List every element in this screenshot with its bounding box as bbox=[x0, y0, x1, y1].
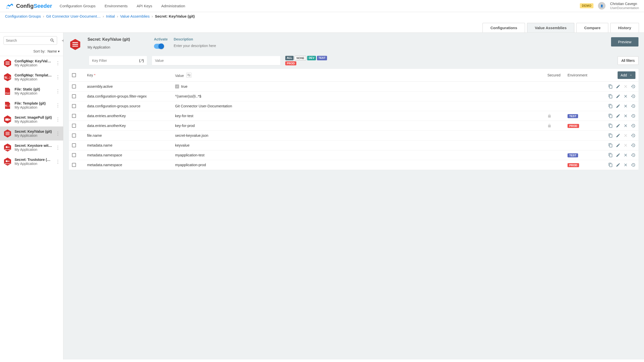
history-icon[interactable] bbox=[631, 84, 635, 89]
env-badge-test[interactable]: TEST bbox=[317, 56, 327, 60]
edit-icon[interactable] bbox=[616, 84, 620, 89]
row-checkbox[interactable] bbox=[72, 84, 76, 88]
tab-compare[interactable]: Compare bbox=[576, 23, 608, 32]
env-badge-prod[interactable]: PROD bbox=[285, 61, 296, 65]
sidebar-item-more-icon[interactable]: ⋮ bbox=[55, 87, 61, 95]
edit-icon[interactable] bbox=[616, 163, 620, 167]
row-checkbox[interactable] bbox=[72, 153, 76, 157]
history-icon[interactable] bbox=[631, 94, 635, 99]
copy-icon[interactable] bbox=[608, 104, 613, 108]
delete-icon[interactable] bbox=[623, 153, 628, 157]
toggle-visibility-icon[interactable] bbox=[186, 73, 191, 78]
select-all-checkbox[interactable] bbox=[72, 73, 76, 77]
nav-item[interactable]: Configuration Groups bbox=[60, 4, 96, 8]
delete-icon[interactable] bbox=[623, 163, 628, 167]
sidebar-item[interactable]: PKCS12Secret: Keystore with …My Applicat… bbox=[0, 141, 63, 155]
edit-icon[interactable] bbox=[616, 133, 620, 138]
avatar[interactable]: 👤 bbox=[598, 2, 606, 10]
sidebar-item-more-icon[interactable]: ⋮ bbox=[55, 116, 61, 123]
edit-icon[interactable] bbox=[616, 94, 620, 99]
copy-icon[interactable] bbox=[608, 143, 613, 148]
edit-icon[interactable] bbox=[616, 143, 620, 148]
config-table: Key * Value Secured Environment Add asse… bbox=[69, 69, 638, 170]
sidebar-item-more-icon[interactable]: ⋮ bbox=[55, 144, 61, 151]
breadcrumb-link[interactable]: Git Connector User-Document… bbox=[46, 14, 101, 18]
value-filter-input[interactable] bbox=[152, 56, 280, 65]
row-checkbox[interactable] bbox=[72, 163, 76, 167]
sidebar-item[interactable]: ${...}ConfigMap: Template (…My Applicati… bbox=[0, 70, 63, 84]
sidebar-item-more-icon[interactable]: ⋮ bbox=[55, 102, 61, 109]
delete-icon[interactable] bbox=[623, 104, 628, 108]
sidebar-item[interactable]: PKCS12Secret: Truststore (git)My Applica… bbox=[0, 155, 63, 169]
svg-rect-11 bbox=[5, 118, 9, 121]
svg-rect-5 bbox=[6, 64, 10, 65]
copy-icon[interactable] bbox=[608, 114, 613, 118]
history-icon[interactable] bbox=[631, 133, 635, 138]
history-icon[interactable] bbox=[631, 123, 635, 128]
row-checkbox[interactable] bbox=[72, 114, 76, 118]
copy-icon[interactable] bbox=[608, 84, 613, 89]
history-icon[interactable] bbox=[631, 114, 635, 118]
row-checkbox[interactable] bbox=[72, 133, 76, 138]
history-icon[interactable] bbox=[631, 163, 635, 167]
sidebar-item[interactable]: Secret: ImagePull (git)My Application⋮ bbox=[0, 112, 63, 126]
edit-icon[interactable] bbox=[616, 153, 620, 157]
key-filter[interactable]: (.*) bbox=[89, 56, 147, 65]
row-value: keyvalue bbox=[175, 143, 189, 147]
all-filters-button[interactable]: All filters bbox=[618, 56, 638, 65]
env-badge-all[interactable]: ALL bbox=[285, 56, 294, 60]
sort-control[interactable]: Sort by: Name ▾ bbox=[0, 48, 63, 56]
edit-icon[interactable] bbox=[616, 114, 620, 118]
row-checkbox[interactable] bbox=[72, 143, 76, 147]
env-badge-none[interactable]: NONE bbox=[295, 56, 306, 60]
add-row-button[interactable]: Add bbox=[618, 71, 635, 79]
history-icon[interactable] bbox=[631, 143, 635, 148]
sidebar-item[interactable]: Secret: Key/Value (git)My Application⋮ bbox=[0, 126, 63, 141]
breadcrumb-link[interactable]: Configuration Groups bbox=[5, 14, 41, 18]
tab-configurations[interactable]: Configurations bbox=[482, 23, 525, 32]
breadcrumb-link[interactable]: Value Assemblies bbox=[120, 14, 149, 18]
nav-item[interactable]: Administration bbox=[161, 4, 185, 8]
sidebar-item-icon: PKCS12 bbox=[3, 157, 12, 166]
env-badge-dev[interactable]: DEV bbox=[307, 56, 316, 60]
copy-icon[interactable] bbox=[608, 133, 613, 138]
copy-icon[interactable] bbox=[608, 123, 613, 128]
row-checkbox[interactable] bbox=[72, 104, 76, 108]
tab-value-assemblies[interactable]: Value Assemblies bbox=[527, 23, 574, 32]
logo[interactable]: ConfigSeeder bbox=[5, 3, 52, 10]
search-input[interactable] bbox=[6, 38, 50, 42]
key-filter-input[interactable] bbox=[92, 59, 139, 63]
edit-icon[interactable] bbox=[616, 123, 620, 128]
sidebar-item-more-icon[interactable]: ⋮ bbox=[55, 130, 61, 137]
row-checkbox[interactable] bbox=[72, 94, 76, 98]
detail-tabs: ConfigurationsValue AssembliesCompareHis… bbox=[0, 20, 644, 33]
breadcrumb-separator: › bbox=[43, 14, 44, 18]
copy-icon[interactable] bbox=[608, 163, 613, 167]
history-icon[interactable] bbox=[631, 153, 635, 157]
user-info[interactable]: Christian Cavegn UserDocumentation bbox=[610, 2, 639, 10]
description-input[interactable] bbox=[174, 44, 605, 48]
row-checkbox[interactable] bbox=[72, 124, 76, 128]
copy-icon[interactable] bbox=[608, 153, 613, 157]
sidebar-item-more-icon[interactable]: ⋮ bbox=[55, 158, 61, 165]
sidebar-item-more-icon[interactable]: ⋮ bbox=[55, 59, 61, 67]
activate-toggle[interactable] bbox=[154, 44, 164, 49]
edit-icon[interactable] bbox=[616, 104, 620, 108]
sidebar-search[interactable] bbox=[4, 36, 57, 45]
sort-value[interactable]: Name ▾ bbox=[48, 49, 60, 53]
nav-item[interactable]: API Keys bbox=[137, 4, 152, 8]
sidebar-item[interactable]: ConfigMap: Key/Value …My Application⋮ bbox=[0, 56, 63, 70]
sidebar-item-more-icon[interactable]: ⋮ bbox=[55, 73, 61, 81]
regex-toggle[interactable]: (.*) bbox=[139, 59, 144, 63]
delete-icon[interactable] bbox=[623, 123, 628, 128]
nav-item[interactable]: Environments bbox=[105, 4, 128, 8]
delete-icon[interactable] bbox=[623, 94, 628, 99]
history-icon[interactable] bbox=[631, 104, 635, 108]
sidebar-item[interactable]: ${...}File: Template (git)My Application… bbox=[0, 98, 63, 112]
copy-icon[interactable] bbox=[608, 94, 613, 99]
delete-icon[interactable] bbox=[623, 114, 628, 118]
sidebar-item[interactable]: FILEFile: Static (git)My Application⋮ bbox=[0, 84, 63, 98]
preview-button[interactable]: Preview bbox=[611, 37, 638, 47]
tab-history[interactable]: History bbox=[610, 23, 639, 32]
breadcrumb-link[interactable]: Initial bbox=[106, 14, 115, 18]
